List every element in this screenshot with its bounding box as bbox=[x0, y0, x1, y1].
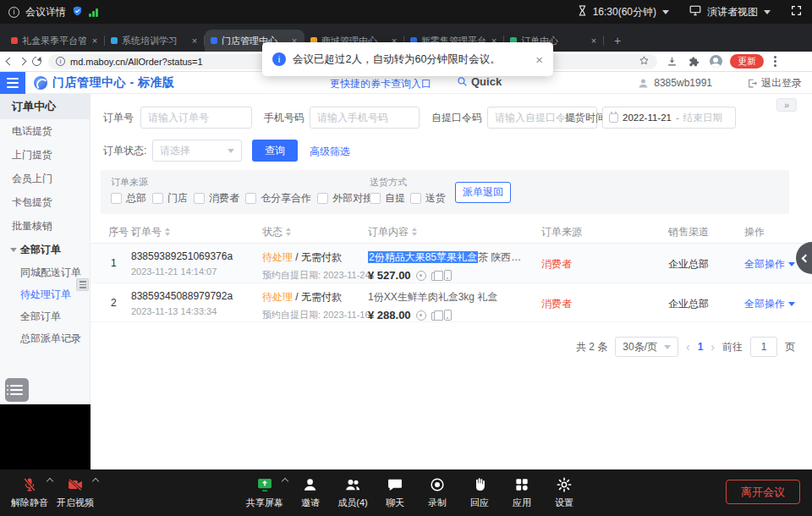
bookmark-star-icon[interactable] bbox=[639, 55, 650, 68]
cell-content: 1份XX生鲜羊肉礼盒3kg 礼盒 ¥ 288.00 bbox=[368, 290, 497, 321]
source-checkbox-warehouse[interactable]: 仓分享合作 bbox=[245, 191, 311, 206]
video-button[interactable]: 开启视频 bbox=[54, 475, 96, 509]
dispatch-return-button[interactable]: 派单退回 bbox=[455, 182, 511, 203]
quick-logo[interactable]: Quick bbox=[457, 75, 502, 88]
current-page[interactable]: 1 bbox=[698, 341, 704, 353]
refresh-icon[interactable] bbox=[30, 55, 43, 68]
date-start-value[interactable]: 2022-11-21 bbox=[623, 113, 672, 123]
order-no-input[interactable] bbox=[140, 107, 252, 129]
tab-close-icon[interactable] bbox=[91, 36, 99, 46]
tab-close-icon[interactable] bbox=[190, 36, 199, 46]
sidebar-sub-hq-dispatch[interactable]: 总部派单记录 bbox=[0, 327, 90, 349]
goto-page-input[interactable] bbox=[750, 337, 777, 357]
user-account[interactable]: 8385wb1991 bbox=[637, 72, 712, 94]
reaction-button[interactable]: 回应 bbox=[458, 475, 501, 509]
date-range-picker[interactable]: 2022-11-21 - 结束日期 bbox=[602, 107, 736, 129]
source-checkbox-store[interactable]: 门店 bbox=[152, 191, 188, 206]
row-actions-dropdown[interactable]: 全部操作 bbox=[744, 257, 795, 272]
panel-collapse-button[interactable] bbox=[776, 98, 797, 112]
apps-button[interactable]: 应用 bbox=[501, 475, 543, 509]
forward-icon[interactable] bbox=[19, 58, 27, 66]
checkbox-icon[interactable] bbox=[194, 193, 205, 204]
sort-caret-icon[interactable] bbox=[412, 228, 417, 236]
table-row[interactable]: 2 83859345088979792a 2023-11-13 14:33:34… bbox=[91, 283, 812, 322]
sidebar-item-member-visit[interactable]: 会员上门 bbox=[0, 167, 90, 190]
checkbox-icon[interactable] bbox=[317, 193, 328, 204]
sidebar-group-all-orders[interactable]: 全部订单 bbox=[0, 238, 90, 261]
new-tab-button[interactable] bbox=[609, 32, 626, 49]
sidebar-item-card-pickup[interactable]: 卡包提货 bbox=[0, 190, 90, 214]
fullscreen-icon[interactable] bbox=[791, 5, 802, 19]
extensions-icon[interactable] bbox=[686, 54, 701, 69]
checkbox-icon[interactable] bbox=[410, 193, 421, 204]
delivery-checkbox-deliver[interactable]: 送货 bbox=[410, 191, 446, 206]
view-dropdown-caret[interactable] bbox=[764, 10, 771, 14]
delivery-checkbox-pickup[interactable]: 自提 bbox=[370, 191, 405, 206]
settings-button[interactable]: 设置 bbox=[543, 475, 585, 509]
sidebar-item-phone-pickup[interactable]: 电话提货 bbox=[0, 119, 90, 143]
search-button[interactable]: 查询 bbox=[252, 140, 298, 162]
col-order-no[interactable]: 订单号 bbox=[131, 220, 170, 244]
browser-update-button[interactable]: 更新 bbox=[730, 54, 764, 69]
sidebar-sub-all-orders[interactable]: 全部订单 bbox=[0, 305, 90, 327]
view-mode-label[interactable]: 演讲者视图 bbox=[707, 5, 758, 19]
sort-caret-icon[interactable] bbox=[286, 228, 291, 236]
leave-meeting-button[interactable]: 离开会议 bbox=[726, 480, 800, 504]
row-actions-dropdown[interactable]: 全部操作 bbox=[744, 297, 795, 311]
invite-button[interactable]: 邀请 bbox=[289, 475, 332, 509]
checkbox-icon[interactable] bbox=[245, 193, 256, 204]
phone-input[interactable] bbox=[310, 107, 420, 129]
advanced-filter-link[interactable]: 高级筛选 bbox=[310, 145, 350, 159]
sidebar-section-order-center[interactable]: 订单中心 bbox=[0, 94, 90, 119]
meeting-detail-label[interactable]: 会议详情 bbox=[25, 5, 66, 19]
browser-menu-icon[interactable] bbox=[774, 60, 776, 63]
back-icon[interactable] bbox=[6, 58, 14, 66]
coupon-query-link[interactable]: 更快捷的券卡查询入口 bbox=[330, 77, 431, 91]
order-status-select[interactable]: 请选择 bbox=[152, 140, 242, 162]
app-menu-button[interactable] bbox=[0, 72, 25, 94]
page-size-select[interactable]: 30条/页 bbox=[615, 337, 678, 357]
phone-icon[interactable] bbox=[444, 310, 452, 321]
logout-button[interactable]: 退出登录 bbox=[747, 72, 802, 94]
copy-icon[interactable] bbox=[431, 272, 439, 281]
timer-dropdown-caret[interactable] bbox=[662, 10, 669, 14]
detail-icon[interactable] bbox=[416, 310, 426, 321]
checkbox-icon[interactable] bbox=[370, 193, 381, 204]
app-title: 门店管理中心 - 标准版 bbox=[52, 75, 174, 91]
meeting-info-icon[interactable] bbox=[8, 7, 19, 18]
tab-close-icon[interactable] bbox=[590, 36, 598, 46]
site-info-icon[interactable] bbox=[56, 57, 65, 66]
download-icon[interactable] bbox=[664, 54, 679, 69]
phone-icon[interactable] bbox=[444, 270, 452, 281]
col-content[interactable]: 订单内容 bbox=[368, 220, 417, 244]
floating-list-button[interactable] bbox=[5, 378, 29, 402]
network-signal-icon[interactable] bbox=[89, 8, 98, 17]
prev-page-button[interactable] bbox=[686, 340, 690, 354]
toast-close-icon[interactable] bbox=[535, 52, 543, 67]
chat-button[interactable]: 聊天 bbox=[374, 475, 416, 509]
sort-caret-icon[interactable] bbox=[165, 228, 170, 236]
browser-profile-avatar[interactable] bbox=[708, 54, 723, 69]
sidebar-item-door-pickup[interactable]: 上门提货 bbox=[0, 143, 90, 167]
source-checkbox-external[interactable]: 外部对接 bbox=[317, 191, 373, 206]
sidebar-item-batch-verify[interactable]: 批量核销 bbox=[0, 214, 90, 238]
source-checkbox-consumer[interactable]: 消费者 bbox=[194, 191, 239, 206]
date-end-placeholder[interactable]: 结束日期 bbox=[683, 112, 722, 124]
detail-icon[interactable] bbox=[416, 271, 426, 281]
mute-button[interactable]: 解除静音 bbox=[8, 475, 51, 509]
browser-tab[interactable]: 系统培训学习 bbox=[105, 30, 205, 52]
share-screen-button[interactable]: 共享屏幕 bbox=[244, 475, 286, 509]
table-row[interactable]: 1 83859389251069376a 2023-11-21 14:14:07… bbox=[91, 244, 812, 283]
security-shield-icon[interactable] bbox=[72, 5, 83, 19]
sidebar-collapse-handle[interactable] bbox=[76, 278, 89, 291]
app-brand: 门店管理中心 - 标准版 bbox=[34, 72, 174, 94]
copy-icon[interactable] bbox=[431, 312, 439, 321]
browser-tab[interactable]: 礼盒果季平台管理中心 bbox=[5, 30, 105, 52]
checkbox-icon[interactable] bbox=[111, 193, 122, 204]
source-checkbox-hq[interactable]: 总部 bbox=[111, 191, 146, 206]
record-button[interactable]: 录制 bbox=[416, 475, 458, 509]
members-button[interactable]: 成员(4) bbox=[332, 475, 374, 509]
checkbox-icon[interactable] bbox=[152, 193, 163, 204]
col-status[interactable]: 状态 bbox=[262, 220, 291, 244]
next-page-button[interactable] bbox=[710, 340, 715, 354]
